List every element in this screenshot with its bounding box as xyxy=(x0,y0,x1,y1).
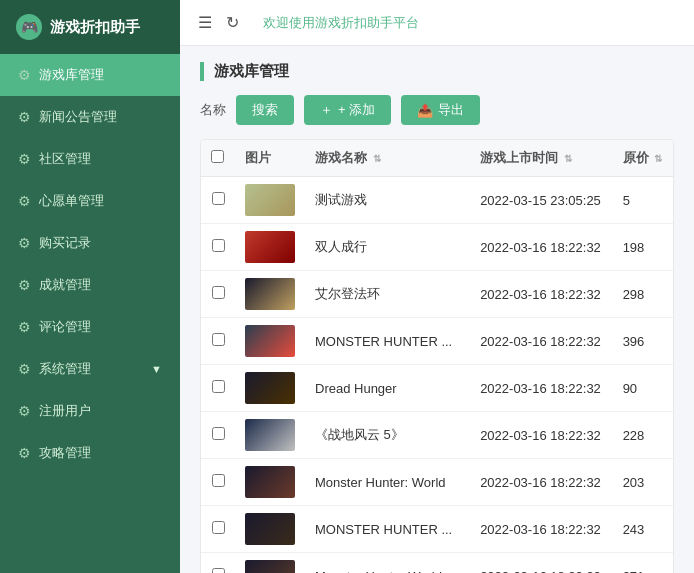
game-thumbnail xyxy=(245,419,295,451)
sidebar-item-community[interactable]: ⚙ 社区管理 xyxy=(0,138,180,180)
gear-icon: ⚙ xyxy=(18,151,31,167)
add-button[interactable]: ＋ + 添加 xyxy=(304,95,391,125)
row-name-cell: Dread Hunger xyxy=(305,365,470,412)
row-name-cell: Monster Hunter World:... xyxy=(305,553,470,574)
sidebar-item-label: 攻略管理 xyxy=(39,444,91,462)
row-checkbox-3[interactable] xyxy=(212,333,225,346)
sidebar-logo: 🎮 游戏折扣助手 xyxy=(0,0,180,54)
sidebar-title: 游戏折扣助手 xyxy=(50,18,140,37)
row-checkbox-2[interactable] xyxy=(212,286,225,299)
row-time-cell: 2022-03-16 18:22:32 xyxy=(470,318,612,365)
sidebar-item-strategy[interactable]: ⚙ 攻略管理 xyxy=(0,432,180,474)
table-row: Monster Hunter World:... 2022-03-16 18:2… xyxy=(201,553,673,574)
refresh-icon[interactable]: ↻ xyxy=(226,13,239,32)
header-time[interactable]: 游戏上市时间 ⇅ xyxy=(470,140,612,177)
export-icon: 📤 xyxy=(417,103,433,118)
row-checkbox-4[interactable] xyxy=(212,380,225,393)
row-image-cell xyxy=(235,318,305,365)
row-image-cell xyxy=(235,459,305,506)
sidebar-item-register[interactable]: ⚙ 注册用户 xyxy=(0,390,180,432)
sidebar-item-achievements[interactable]: ⚙ 成就管理 xyxy=(0,264,180,306)
row-time-cell: 2022-03-16 18:22:32 xyxy=(470,365,612,412)
gear-icon: ⚙ xyxy=(18,361,31,377)
row-checkbox-1[interactable] xyxy=(212,239,225,252)
row-time-cell: 2022-03-16 18:22:32 xyxy=(470,506,612,553)
page-area: 游戏库管理 名称 搜索 ＋ + 添加 📤 导出 xyxy=(180,46,694,573)
toolbar: 名称 搜索 ＋ + 添加 📤 导出 xyxy=(200,95,674,125)
row-time-cell: 2022-03-16 18:22:32 xyxy=(470,271,612,318)
row-check-cell xyxy=(201,459,235,506)
sidebar-item-reviews[interactable]: ⚙ 评论管理 xyxy=(0,306,180,348)
sidebar-item-label: 游戏库管理 xyxy=(39,66,104,84)
sidebar-item-label: 系统管理 xyxy=(39,360,91,378)
row-image-cell xyxy=(235,365,305,412)
row-price-cell: 90 xyxy=(613,365,673,412)
export-button[interactable]: 📤 导出 xyxy=(401,95,480,125)
menu-icon[interactable]: ☰ xyxy=(198,13,212,32)
table-row: 双人成行 2022-03-16 18:22:32 198 xyxy=(201,224,673,271)
header-name[interactable]: 游戏名称 ⇅ xyxy=(305,140,470,177)
row-check-cell xyxy=(201,506,235,553)
gear-icon: ⚙ xyxy=(18,235,31,251)
row-price-cell: 298 xyxy=(613,271,673,318)
row-check-cell xyxy=(201,271,235,318)
game-thumbnail xyxy=(245,278,295,310)
page-title: 游戏库管理 xyxy=(200,62,674,81)
table-row: MONSTER HUNTER ... 2022-03-16 18:22:32 2… xyxy=(201,506,673,553)
table-row: Monster Hunter: World 2022-03-16 18:22:3… xyxy=(201,459,673,506)
row-checkbox-6[interactable] xyxy=(212,474,225,487)
gear-icon: ⚙ xyxy=(18,67,31,83)
game-thumbnail xyxy=(245,325,295,357)
gear-icon: ⚙ xyxy=(18,277,31,293)
row-checkbox-5[interactable] xyxy=(212,427,225,440)
row-price-cell: 198 xyxy=(613,224,673,271)
row-checkbox-8[interactable] xyxy=(212,568,225,573)
game-thumbnail xyxy=(245,466,295,498)
sidebar-item-wishlist[interactable]: ⚙ 心愿单管理 xyxy=(0,180,180,222)
game-table-wrapper: 图片 游戏名称 ⇅ 游戏上市时间 ⇅ 原价 ⇅ 测试游戏 2022-03-15 … xyxy=(200,139,674,573)
row-check-cell xyxy=(201,224,235,271)
table-row: Dread Hunger 2022-03-16 18:22:32 90 xyxy=(201,365,673,412)
sidebar-item-label: 成就管理 xyxy=(39,276,91,294)
row-name-cell: 测试游戏 xyxy=(305,177,470,224)
sidebar-item-label: 社区管理 xyxy=(39,150,91,168)
row-price-cell: 271 xyxy=(613,553,673,574)
sidebar-item-label: 评论管理 xyxy=(39,318,91,336)
sidebar-item-purchase[interactable]: ⚙ 购买记录 xyxy=(0,222,180,264)
row-price-cell: 203 xyxy=(613,459,673,506)
main-content: ☰ ↻ 欢迎使用游戏折扣助手平台 游戏库管理 名称 搜索 ＋ + 添加 📤 导出 xyxy=(180,0,694,573)
row-image-cell xyxy=(235,412,305,459)
row-name-cell: MONSTER HUNTER ... xyxy=(305,318,470,365)
row-time-cell: 2022-03-16 18:22:32 xyxy=(470,553,612,574)
sidebar-item-label: 购买记录 xyxy=(39,234,91,252)
table-row: MONSTER HUNTER ... 2022-03-16 18:22:32 3… xyxy=(201,318,673,365)
row-checkbox-0[interactable] xyxy=(212,192,225,205)
row-time-cell: 2022-03-16 18:22:32 xyxy=(470,459,612,506)
logo-icon: 🎮 xyxy=(16,14,42,40)
sidebar-item-label: 心愿单管理 xyxy=(39,192,104,210)
select-all-checkbox[interactable] xyxy=(211,150,224,163)
sidebar-item-news[interactable]: ⚙ 新闻公告管理 xyxy=(0,96,180,138)
row-image-cell xyxy=(235,177,305,224)
row-time-cell: 2022-03-16 18:22:32 xyxy=(470,224,612,271)
row-check-cell xyxy=(201,553,235,574)
header-price[interactable]: 原价 ⇅ xyxy=(613,140,673,177)
row-image-cell xyxy=(235,224,305,271)
search-label: 名称 xyxy=(200,101,226,119)
game-thumbnail xyxy=(245,372,295,404)
game-thumbnail xyxy=(245,184,295,216)
row-image-cell xyxy=(235,553,305,574)
row-price-cell: 396 xyxy=(613,318,673,365)
table-header-row: 图片 游戏名称 ⇅ 游戏上市时间 ⇅ 原价 ⇅ xyxy=(201,140,673,177)
header-check xyxy=(201,140,235,177)
search-button[interactable]: 搜索 xyxy=(236,95,294,125)
gear-icon: ⚙ xyxy=(18,109,31,125)
row-checkbox-7[interactable] xyxy=(212,521,225,534)
row-check-cell xyxy=(201,177,235,224)
sidebar-item-game-library[interactable]: ⚙ 游戏库管理 xyxy=(0,54,180,96)
sidebar-item-system[interactable]: ⚙ 系统管理 ▼ xyxy=(0,348,180,390)
game-thumbnail xyxy=(245,513,295,545)
row-name-cell: 双人成行 xyxy=(305,224,470,271)
gear-icon: ⚙ xyxy=(18,319,31,335)
game-thumbnail xyxy=(245,560,295,573)
